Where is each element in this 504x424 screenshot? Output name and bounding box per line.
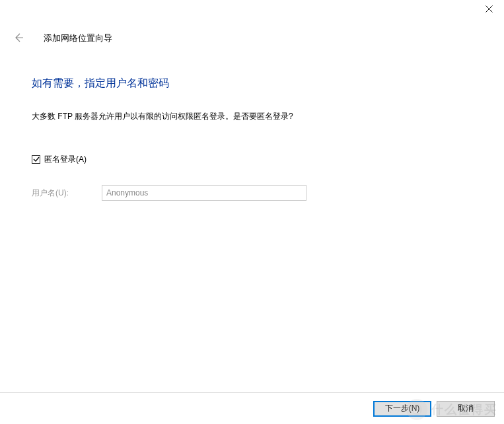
- close-icon: [486, 5, 493, 15]
- wizard-content: 如有需要，指定用户名和密码 大多数 FTP 服务器允许用户以有限的访问权限匿名登…: [0, 45, 504, 201]
- anonymous-login-row: 匿名登录(A): [32, 154, 472, 165]
- close-button[interactable]: [474, 0, 504, 20]
- username-input[interactable]: [102, 185, 306, 201]
- next-button[interactable]: 下一步(N): [373, 401, 431, 417]
- titlebar: [0, 0, 504, 20]
- cancel-button[interactable]: 取消: [437, 401, 495, 417]
- back-button[interactable]: [12, 32, 25, 45]
- wizard-title: 添加网络位置向导: [44, 32, 112, 44]
- page-heading: 如有需要，指定用户名和密码: [32, 77, 472, 90]
- username-row: 用户名(U):: [32, 185, 472, 201]
- username-label: 用户名(U):: [32, 188, 78, 199]
- wizard-header: 添加网络位置向导: [0, 20, 504, 45]
- anonymous-checkbox[interactable]: [32, 155, 40, 164]
- anonymous-checkbox-label: 匿名登录(A): [44, 154, 87, 165]
- page-description: 大多数 FTP 服务器允许用户以有限的访问权限匿名登录。是否要匿名登录?: [32, 110, 472, 122]
- checkmark-icon: [33, 155, 40, 164]
- button-bar: 下一步(N) 取消: [0, 392, 504, 424]
- back-arrow-icon: [13, 32, 24, 45]
